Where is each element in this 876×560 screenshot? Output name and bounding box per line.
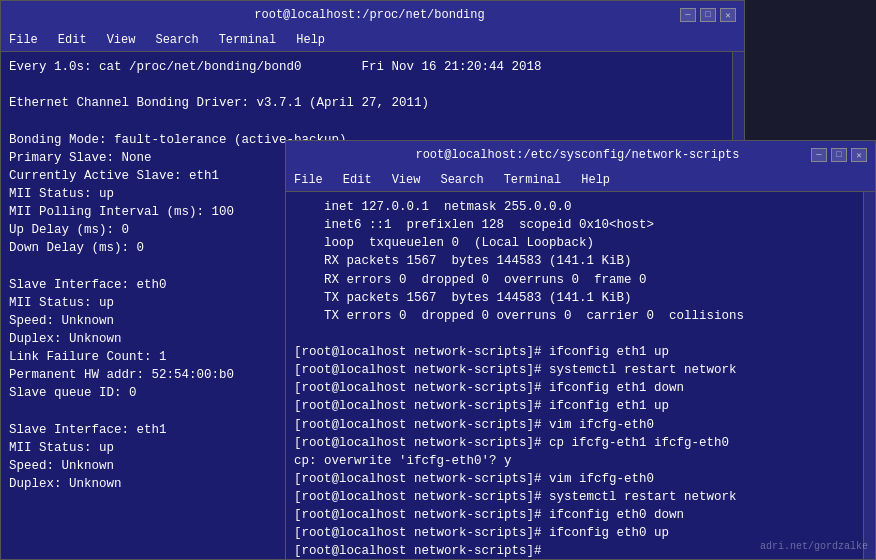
scrollbar-2[interactable] [863,192,875,559]
menu-search-1[interactable]: Search [151,31,202,49]
title-bar-1: root@localhost:/proc/net/bonding — □ ✕ [1,1,744,29]
terminal-window-2: root@localhost:/etc/sysconfig/network-sc… [285,140,876,560]
terminal-output-2: inet 127.0.0.1 netmask 255.0.0.0 inet6 :… [286,192,863,559]
window-controls-2: — □ ✕ [811,148,867,162]
title-text-1: root@localhost:/proc/net/bonding [59,8,680,22]
menu-edit-2[interactable]: Edit [339,171,376,189]
menu-file-1[interactable]: File [5,31,42,49]
menu-terminal-1[interactable]: Terminal [215,31,281,49]
menu-view-1[interactable]: View [103,31,140,49]
close-button-1[interactable]: ✕ [720,8,736,22]
minimize-button-1[interactable]: — [680,8,696,22]
title-text-2: root@localhost:/etc/sysconfig/network-sc… [344,148,811,162]
menu-help-1[interactable]: Help [292,31,329,49]
menu-search-2[interactable]: Search [436,171,487,189]
window-controls-1: — □ ✕ [680,8,736,22]
menu-help-2[interactable]: Help [577,171,614,189]
menu-bar-2: File Edit View Search Terminal Help [286,169,875,192]
title-bar-2: root@localhost:/etc/sysconfig/network-sc… [286,141,875,169]
terminal-content-area-2: inet 127.0.0.1 netmask 255.0.0.0 inet6 :… [286,192,875,559]
maximize-button-2[interactable]: □ [831,148,847,162]
watermark: adri.net/gordzalke [760,541,868,552]
menu-terminal-2[interactable]: Terminal [500,171,566,189]
menu-edit-1[interactable]: Edit [54,31,91,49]
close-button-2[interactable]: ✕ [851,148,867,162]
maximize-button-1[interactable]: □ [700,8,716,22]
minimize-button-2[interactable]: — [811,148,827,162]
menu-file-2[interactable]: File [290,171,327,189]
menu-view-2[interactable]: View [388,171,425,189]
menu-bar-1: File Edit View Search Terminal Help [1,29,744,52]
